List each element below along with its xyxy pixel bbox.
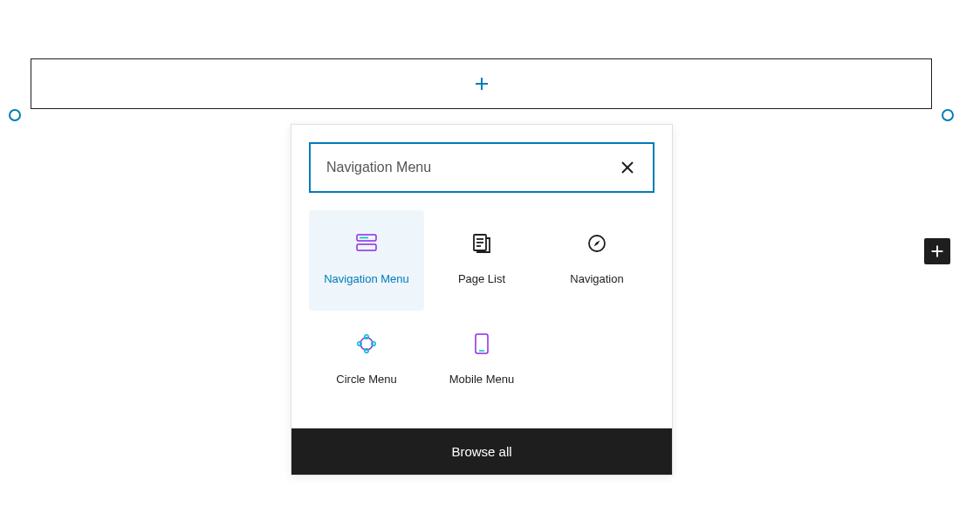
svg-rect-6 (357, 244, 376, 250)
plus-icon (928, 242, 947, 261)
browse-all-label: Browse all (451, 444, 511, 459)
svg-point-17 (372, 342, 375, 346)
floating-add-button[interactable] (924, 238, 950, 264)
block-item-page-list[interactable]: Page List (424, 210, 539, 311)
clear-search-button[interactable] (614, 154, 641, 181)
block-item-navigation[interactable]: Navigation (539, 210, 654, 311)
block-item-label: Circle Menu (336, 372, 396, 387)
svg-point-16 (358, 342, 361, 346)
block-item-circle-menu[interactable]: Circle Menu (309, 311, 424, 411)
resize-handle-right[interactable] (942, 109, 954, 121)
compass-icon (586, 233, 607, 254)
search-box (309, 142, 654, 193)
page-list-icon (471, 233, 492, 254)
block-appender[interactable] (31, 58, 932, 109)
resize-handle-left[interactable] (9, 109, 21, 121)
svg-point-15 (365, 349, 368, 352)
browse-all-button[interactable]: Browse all (291, 428, 672, 475)
search-container (291, 125, 672, 193)
block-results-grid: Navigation Menu Page List (291, 193, 672, 428)
block-item-label: Mobile Menu (449, 372, 514, 387)
svg-marker-12 (594, 241, 600, 247)
search-input[interactable] (326, 160, 614, 175)
block-item-label: Navigation Menu (324, 271, 409, 287)
mobile-menu-icon (471, 333, 492, 354)
block-item-label: Navigation (570, 271, 623, 287)
nav-menu-icon (356, 233, 377, 254)
plus-icon (471, 73, 492, 94)
block-item-mobile-menu[interactable]: Mobile Menu (424, 311, 539, 411)
block-inserter-popover: Navigation Menu Page List (291, 124, 673, 476)
close-icon (620, 161, 634, 175)
circle-menu-icon (356, 333, 377, 354)
svg-point-14 (365, 335, 368, 339)
block-item-navigation-menu[interactable]: Navigation Menu (309, 210, 424, 311)
svg-point-13 (360, 338, 373, 350)
block-item-label: Page List (458, 271, 505, 287)
